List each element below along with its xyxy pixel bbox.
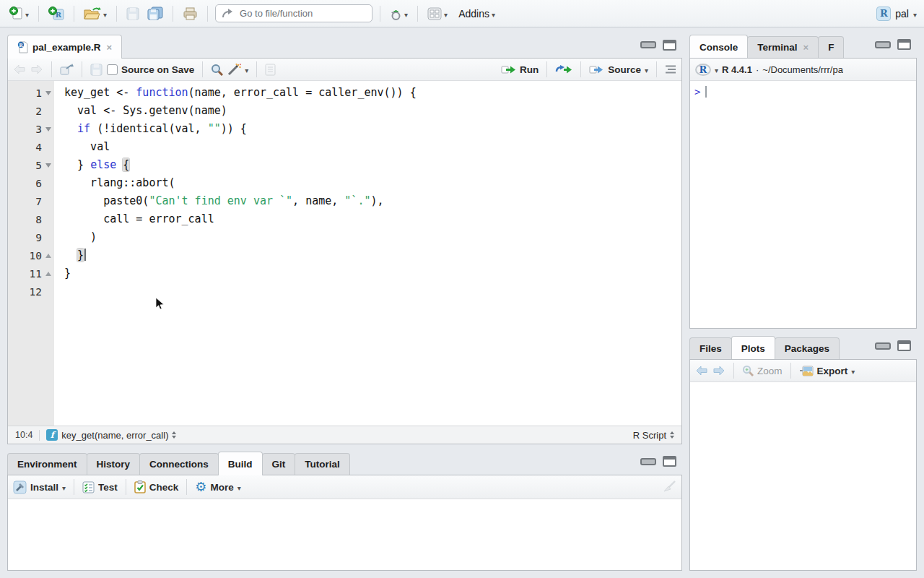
close-icon[interactable]: × (803, 42, 809, 53)
forward-icon[interactable] (30, 64, 43, 74)
addins-button[interactable]: Addins (456, 6, 497, 22)
code-line[interactable] (64, 282, 681, 301)
fold-up-icon[interactable] (42, 254, 54, 258)
more-caret-icon[interactable] (237, 482, 241, 493)
run-button[interactable]: Run (501, 64, 539, 75)
test-button[interactable]: Test (82, 481, 118, 493)
fold-down-icon[interactable] (42, 163, 54, 168)
code-line[interactable]: call = error_call (64, 210, 681, 228)
code-line[interactable]: } (64, 246, 681, 264)
save-all-button[interactable] (145, 5, 165, 22)
minimize-icon[interactable] (640, 41, 656, 48)
tab-plots[interactable]: Plots (731, 336, 775, 359)
new-project-button[interactable]: R (46, 5, 66, 22)
build-output[interactable] (8, 499, 681, 570)
compile-report-icon[interactable] (265, 64, 276, 76)
save-button[interactable] (124, 6, 141, 22)
previous-plot-icon[interactable] (695, 366, 708, 376)
maximize-icon[interactable] (663, 40, 676, 51)
tab-environment[interactable]: Environment (7, 453, 87, 475)
tab-packages[interactable]: Packages (775, 337, 840, 359)
code-line[interactable]: key_get <- function(name, error_call = c… (64, 84, 681, 102)
editor-gutter[interactable]: 123456789101112 (8, 81, 54, 426)
version-control-button[interactable] (388, 5, 410, 22)
fold-up-icon[interactable] (42, 272, 54, 276)
minimize-icon[interactable] (875, 342, 891, 350)
code-line[interactable]: val (64, 138, 681, 156)
goto-file-input[interactable] (238, 7, 368, 20)
source-on-save-toggle[interactable]: Source on Save (107, 64, 194, 75)
maximize-icon[interactable] (897, 340, 911, 351)
source-caret-icon[interactable] (645, 64, 648, 75)
save-icon[interactable] (90, 64, 103, 76)
new-file-caret-icon[interactable] (25, 7, 29, 20)
code-editor[interactable]: 123456789101112 key_get <- function(name… (8, 81, 681, 426)
install-caret-icon[interactable] (62, 482, 66, 493)
function-context-menu[interactable]: f key_get(name, error_call) (46, 429, 176, 441)
close-icon[interactable]: × (107, 42, 113, 53)
tab-build[interactable]: Build (218, 452, 263, 475)
code-line[interactable]: rlang::abort( (64, 174, 681, 192)
source-on-save-checkbox[interactable] (107, 64, 118, 75)
print-button[interactable] (180, 6, 200, 22)
new-file-button[interactable] (7, 5, 31, 22)
file-type-menu[interactable]: R Script (633, 430, 674, 441)
tab-f[interactable]: F (818, 36, 844, 58)
tab-git[interactable]: Git (262, 453, 296, 475)
goto-file-search[interactable] (215, 4, 372, 22)
document-outline-icon[interactable] (665, 64, 676, 74)
tab-tutorial[interactable]: Tutorial (295, 453, 350, 475)
tab-terminal[interactable]: Terminal× (747, 36, 819, 58)
minimize-icon[interactable] (640, 458, 656, 465)
zoom-plot-button[interactable]: Zoom (742, 365, 783, 376)
code-line[interactable]: } else { (64, 156, 681, 174)
export-plot-button[interactable]: Export (799, 366, 855, 376)
gutter-row[interactable]: 8 (8, 210, 54, 228)
code-tools-button[interactable] (227, 64, 248, 76)
plot-viewer[interactable] (690, 382, 916, 570)
fold-down-icon[interactable] (42, 127, 54, 131)
gutter-row[interactable]: 4 (8, 138, 54, 156)
gutter-row[interactable]: 3 (8, 120, 54, 138)
more-button[interactable]: ⚙ More (195, 480, 240, 493)
panes-caret-icon[interactable] (444, 7, 448, 20)
gutter-row[interactable]: 5 (8, 156, 54, 174)
tab-console[interactable]: Console (689, 35, 748, 58)
r-version-caret-icon[interactable] (715, 64, 718, 75)
gutter-row[interactable]: 12 (8, 282, 54, 301)
working-directory[interactable]: ~/Documents/rrr/pa (762, 64, 843, 75)
code-line[interactable]: } (64, 264, 681, 282)
code-line[interactable]: val <- Sys.getenv(name) (64, 102, 681, 120)
console-output[interactable]: > (690, 81, 916, 328)
code-line[interactable]: ) (64, 228, 681, 246)
back-icon[interactable] (13, 64, 26, 74)
version-control-caret-icon[interactable] (404, 7, 408, 20)
gutter-row[interactable]: 7 (8, 192, 54, 210)
gutter-row[interactable]: 2 (8, 102, 54, 120)
tab-history[interactable]: History (87, 453, 141, 475)
tab-connections[interactable]: Connections (139, 453, 219, 475)
workspace-panes-button[interactable] (425, 6, 450, 22)
fold-down-icon[interactable] (42, 91, 54, 95)
open-file-button[interactable] (82, 6, 109, 22)
tab-files[interactable]: Files (689, 337, 732, 359)
source-button[interactable]: Source (589, 64, 648, 75)
find-replace-icon[interactable] (211, 64, 223, 76)
maximize-icon[interactable] (663, 456, 676, 467)
code-lines[interactable]: key_get <- function(name, error_call = c… (54, 81, 681, 426)
rerun-icon[interactable] (555, 65, 572, 74)
maximize-icon[interactable] (897, 39, 911, 50)
install-button[interactable]: Install (13, 480, 66, 494)
popout-icon[interactable] (60, 64, 74, 75)
code-line[interactable]: paste0("Can't find env var `", name, "`.… (64, 192, 681, 210)
clear-output-icon[interactable] (661, 480, 676, 494)
gutter-row[interactable]: 6 (8, 174, 54, 192)
tab-pal-example[interactable]: R pal_example.R × (7, 35, 122, 59)
open-file-caret-icon[interactable] (103, 7, 107, 20)
check-button[interactable]: Check (134, 480, 179, 493)
gutter-row[interactable]: 10 (8, 246, 54, 264)
code-line[interactable]: if (!identical(val, "")) { (64, 120, 681, 138)
gutter-row[interactable]: 9 (8, 228, 54, 246)
minimize-icon[interactable] (875, 41, 891, 48)
gutter-row[interactable]: 1 (8, 84, 54, 102)
